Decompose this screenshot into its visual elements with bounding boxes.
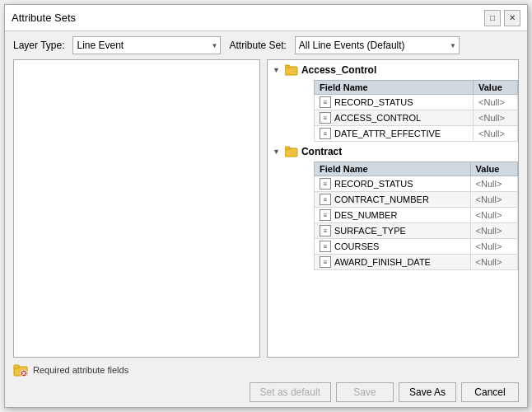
content-area: ▼ Access_Control Field NameValue≡RECORD_… [5, 59, 527, 358]
field-value-cell: <Null> [470, 192, 517, 208]
field-name: DATE_ATTR_EFFECTIVE [334, 129, 441, 138]
save-as-button[interactable]: Save As [399, 382, 456, 402]
field-name: SURFACE_TYPE [334, 226, 406, 236]
field-name-cell: ≡DATE_ATTR_EFFECTIVE [315, 126, 474, 142]
right-scroll-area[interactable]: ▼ Access_Control Field NameValue≡RECORD_… [268, 60, 518, 357]
folder-icon [285, 145, 298, 158]
layer-type-select-wrapper[interactable]: Line Event [72, 36, 221, 54]
col-value: Value [470, 162, 517, 176]
svg-rect-3 [285, 147, 290, 149]
title-bar: Attribute Sets □ ✕ [5, 5, 527, 31]
field-name: CONTRACT_NUMBER [334, 194, 429, 204]
field-name-cell: ≡AWARD_FINISH_DATE [315, 255, 471, 270]
required-icon [13, 363, 28, 377]
attr-set-label: Attribute Set: [229, 40, 286, 51]
table-row[interactable]: ≡RECORD_STATUS<Null> [315, 176, 518, 192]
table-row[interactable]: ≡CONTRACT_NUMBER<Null> [315, 192, 518, 208]
field-name-cell: ≡ACCESS_CONTROL [315, 110, 474, 126]
svg-rect-1 [285, 65, 290, 68]
field-name: DES_NUMBER [334, 210, 397, 220]
svg-rect-5 [14, 365, 19, 368]
title-bar-controls: □ ✕ [484, 10, 520, 26]
field-icon: ≡ [320, 256, 331, 268]
field-icon: ≡ [320, 128, 331, 139]
attr-set-select[interactable]: All Line Events (Default) [295, 36, 460, 54]
field-name: RECORD_STATUS [334, 97, 413, 107]
field-name-cell: ≡COURSES [315, 239, 471, 255]
group-arrow: ▼ [273, 66, 280, 74]
col-field-name: Field Name [315, 81, 474, 95]
field-name-cell: ≡CONTRACT_NUMBER [315, 192, 471, 208]
table-row[interactable]: ≡ACCESS_CONTROL<Null> [315, 110, 518, 126]
col-value: Value [474, 81, 518, 95]
group-name: Access_Control [301, 64, 376, 76]
field-value-cell: <Null> [470, 239, 517, 255]
field-value-cell: <Null> [470, 208, 517, 223]
field-icon: ≡ [320, 241, 331, 252]
field-name-cell: ≡RECORD_STATUS [315, 95, 474, 110]
table-row[interactable]: ≡COURSES<Null> [315, 239, 518, 255]
field-value-cell: <Null> [474, 126, 518, 142]
table-row[interactable]: ≡RECORD_STATUS<Null> [315, 95, 518, 110]
attr-table-contract: Field NameValue≡RECORD_STATUS<Null>≡CONT… [314, 162, 518, 270]
table-row[interactable]: ≡SURFACE_TYPE<Null> [315, 223, 518, 239]
close-button[interactable]: ✕ [504, 10, 520, 26]
cancel-button[interactable]: Cancel [461, 382, 519, 402]
save-button[interactable]: Save [336, 382, 394, 402]
table-row[interactable]: ≡DES_NUMBER<Null> [315, 208, 518, 223]
footer-area: Required attribute fields Set as default… [5, 358, 527, 407]
field-name: AWARD_FINISH_DATE [334, 257, 431, 267]
footer-buttons: Set as default Save Save As Cancel [13, 382, 519, 402]
group-header-contract[interactable]: ▼ Contract [268, 142, 518, 162]
field-name: RECORD_STATUS [334, 179, 413, 189]
footer-info: Required attribute fields [13, 363, 519, 377]
field-value-cell: <Null> [474, 110, 518, 126]
field-name-cell: ≡RECORD_STATUS [315, 176, 471, 192]
right-panel: ▼ Access_Control Field NameValue≡RECORD_… [267, 59, 519, 358]
field-name: ACCESS_CONTROL [334, 113, 421, 123]
layer-type-select[interactable]: Line Event [72, 36, 221, 54]
field-icon: ≡ [320, 194, 331, 205]
field-name: COURSES [334, 241, 379, 251]
field-name-cell: ≡SURFACE_TYPE [315, 223, 471, 239]
field-name-cell: ≡DES_NUMBER [315, 208, 471, 223]
set-default-button[interactable]: Set as default [250, 382, 331, 402]
field-value-cell: <Null> [470, 255, 517, 270]
field-icon: ≡ [320, 96, 331, 108]
field-icon: ≡ [320, 178, 331, 190]
table-row[interactable]: ≡AWARD_FINISH_DATE<Null> [315, 255, 518, 270]
required-text: Required attribute fields [33, 365, 128, 375]
toolbar-row: Layer Type: Line Event Attribute Set: Al… [5, 31, 527, 59]
field-icon: ≡ [320, 225, 331, 236]
col-field-name: Field Name [315, 162, 471, 176]
folder-icon [285, 63, 298, 77]
attr-table-access_control: Field NameValue≡RECORD_STATUS<Null>≡ACCE… [314, 80, 518, 142]
dialog-title: Attribute Sets [12, 12, 76, 24]
left-panel [13, 59, 260, 358]
field-value-cell: <Null> [470, 176, 517, 192]
field-icon: ≡ [320, 112, 331, 124]
attr-set-select-wrapper[interactable]: All Line Events (Default) [295, 36, 460, 54]
group-name: Contract [301, 146, 342, 157]
field-value-cell: <Null> [470, 223, 517, 239]
attribute-sets-dialog: Attribute Sets □ ✕ Layer Type: Line Even… [4, 4, 528, 408]
field-icon: ≡ [320, 209, 331, 221]
field-value-cell: <Null> [474, 95, 518, 110]
group-arrow: ▼ [273, 147, 280, 156]
group-header-access_control[interactable]: ▼ Access_Control [268, 60, 518, 80]
minimize-button[interactable]: □ [484, 10, 501, 26]
table-row[interactable]: ≡DATE_ATTR_EFFECTIVE<Null> [315, 126, 518, 142]
layer-type-label: Layer Type: [13, 40, 64, 51]
